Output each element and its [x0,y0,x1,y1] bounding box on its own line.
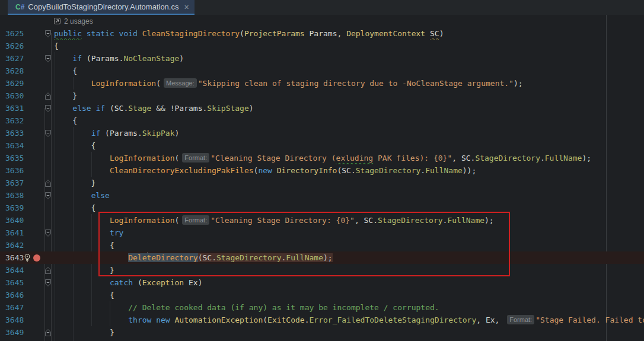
code-line[interactable]: 3626{ [0,40,644,52]
code-text[interactable]: DeleteDirectory(SC.StageDirectory.FullNa… [54,251,644,264]
code-text[interactable]: LogInformation(Format:"Cleaning Stage Di… [54,214,644,227]
code-text[interactable]: throw new AutomationException(ExitCode.E… [54,314,644,326]
code-token: Params [91,54,119,63]
code-token: SC [430,29,439,38]
code-text[interactable]: if (Params.NoCleanStage) [54,52,644,65]
line-number[interactable]: 3632 [0,114,27,127]
line-number[interactable]: 3645 [0,276,27,289]
code-text[interactable]: CleanDirectoryExcludingPakFiles(new Dire… [54,164,644,177]
line-number[interactable]: 3635 [0,152,27,164]
line-number[interactable]: 3637 [0,177,27,189]
code-text[interactable]: public static void CleanStagingDirectory… [54,27,644,40]
code-line[interactable]: 3638 else [0,189,644,202]
code-text[interactable]: { [54,202,644,214]
line-number[interactable]: 3644 [0,264,27,276]
code-token: PAK files): {0}" [373,154,452,162]
code-token: // Delete cooked data (if any) as it may… [128,303,439,312]
code-line[interactable]: 3647 // Delete cooked data (if any) as i… [0,301,644,314]
tab-close-icon[interactable]: × [184,3,189,11]
code-text[interactable]: LogInformation(Message:"Skipping clean o… [54,77,644,90]
line-number[interactable]: 3629 [0,77,27,90]
code-line[interactable]: 3635 LogInformation(Format:"Cleaning Sta… [0,152,644,164]
code-line[interactable]: 3642 { [0,239,644,251]
code-area[interactable]: 3625public static void CleanStagingDirec… [0,27,644,339]
line-number[interactable]: 3638 [0,189,27,202]
code-line[interactable]: 3648 throw new AutomationException(ExitC… [0,314,644,326]
code-token: SkipPak [142,129,175,138]
line-number[interactable]: 3634 [0,139,27,152]
fold-collapse-icon[interactable] [44,229,52,237]
line-number[interactable]: 3647 [0,301,27,314]
code-text[interactable]: } [54,90,644,102]
line-number[interactable]: 3640 [0,214,27,227]
line-number[interactable]: 3636 [0,164,27,177]
code-line[interactable]: 3643 DeleteDirectory(SC.StageDirectory.F… [0,251,644,264]
code-line[interactable]: 3637 } [0,177,644,189]
code-text[interactable]: LogInformation(Format:"Cleaning Stage Di… [54,152,644,164]
fold-collapse-icon[interactable] [44,30,52,38]
code-line[interactable]: 3636 CleanDirectoryExcludingPakFiles(new… [0,164,644,177]
line-number[interactable]: 3625 [0,27,27,40]
fold-expand-icon[interactable] [44,179,52,187]
code-text[interactable]: } [54,177,644,189]
code-text[interactable]: } [54,326,644,339]
line-number[interactable]: 3631 [0,102,27,114]
code-line[interactable]: 3640 LogInformation(Format:"Cleaning Sta… [0,214,644,227]
line-number[interactable]: 3628 [0,65,27,77]
fold-expand-icon[interactable] [44,92,52,100]
code-line[interactable]: 3649 } [0,326,644,339]
code-text[interactable]: { [54,289,644,301]
line-number[interactable]: 3649 [0,326,27,339]
code-text[interactable]: { [54,139,644,152]
code-line[interactable]: 3628 { [0,65,644,77]
line-number[interactable]: 3648 [0,314,27,326]
code-text[interactable]: else if (SC.Stage && !Params.SkipStage) [54,102,644,114]
breakpoint-icon[interactable] [33,254,40,262]
code-line[interactable]: 3641 try [0,227,644,239]
code-text[interactable]: { [54,40,644,52]
line-number[interactable]: 3639 [0,202,27,214]
editor-gutter [27,139,54,152]
code-line[interactable]: 3631 else if (SC.Stage && !Params.SkipSt… [0,102,644,114]
line-number[interactable]: 3642 [0,239,27,251]
line-number[interactable]: 3626 [0,40,27,52]
fold-expand-icon[interactable] [44,266,52,275]
editor-gutter [27,152,54,164]
quick-fix-bulb-icon[interactable] [23,253,31,262]
code-text[interactable]: else [54,189,644,202]
code-line[interactable]: 3645 catch (Exception Ex) [0,276,644,289]
line-number[interactable]: 3633 [0,127,27,139]
fold-collapse-icon[interactable] [44,55,52,63]
code-line[interactable]: 3625public static void CleanStagingDirec… [0,27,644,40]
tab-copybuildtostagingdirectory[interactable]: C# CopyBuildToStagingDirectory.Automatio… [8,0,195,15]
code-text[interactable]: try [54,227,644,239]
fold-collapse-icon[interactable] [44,192,52,200]
code-text[interactable]: { [54,239,644,251]
line-number[interactable]: 3646 [0,289,27,301]
code-line[interactable]: 3633 if (Params.SkipPak) [0,127,644,139]
code-token: , [452,154,461,162]
code-line[interactable]: 3634 { [0,139,644,152]
fold-collapse-icon[interactable] [44,104,52,113]
code-text[interactable]: { [54,114,644,127]
fold-collapse-icon[interactable] [44,129,52,138]
code-text[interactable]: if (Params.SkipPak) [54,127,644,139]
code-lens-usages[interactable]: 2 usages [0,15,644,27]
code-line[interactable]: 3629 LogInformation(Message:"Skipping cl… [0,77,644,90]
line-number[interactable]: 3641 [0,227,27,239]
code-line[interactable]: 3639 { [0,202,644,214]
code-text[interactable]: { [54,65,644,77]
code-text[interactable]: catch (Exception Ex) [54,276,644,289]
code-line[interactable]: 3630 } [0,90,644,102]
code-line[interactable]: 3632 { [0,114,644,127]
code-text[interactable]: } [54,264,644,276]
line-number[interactable]: 3630 [0,90,27,102]
fold-collapse-icon[interactable] [44,279,52,287]
code-editor[interactable]: 2 usages 3625public static void CleanSta… [0,15,644,341]
code-line[interactable]: 3627 if (Params.NoCleanStage) [0,52,644,65]
fold-expand-icon[interactable] [44,329,52,337]
code-line[interactable]: 3644 } [0,264,644,276]
code-text[interactable]: // Delete cooked data (if any) as it may… [54,301,644,314]
line-number[interactable]: 3627 [0,52,27,65]
code-line[interactable]: 3646 { [0,289,644,301]
